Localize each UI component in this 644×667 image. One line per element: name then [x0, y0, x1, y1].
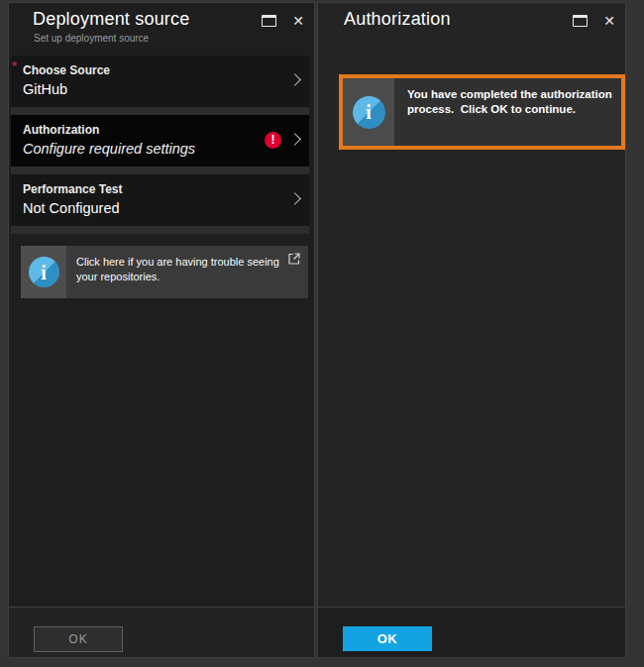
blade-window-controls: ✕: [262, 15, 304, 27]
repositories-trouble-banner[interactable]: i Click here if you are having trouble s…: [21, 246, 308, 298]
setting-authorization[interactable]: Authorization Configure required setting…: [11, 115, 309, 167]
info-icon-cell: i: [343, 78, 394, 146]
deployment-source-header: Deployment source Set up deployment sour…: [9, 3, 314, 55]
ok-button[interactable]: OK: [343, 626, 432, 651]
banner-body: Click here if you are having trouble see…: [66, 246, 308, 298]
message-text: You have completed the authorization pro…: [407, 87, 613, 117]
message-body: You have completed the authorization pro…: [394, 78, 621, 146]
info-icon: i: [353, 96, 385, 129]
info-icon-cell: i: [21, 246, 66, 298]
required-asterisk-icon: *: [12, 58, 17, 73]
blade-window-controls: ✕: [573, 15, 615, 27]
chevron-right-icon: [288, 73, 301, 86]
chevron-right-icon: [288, 133, 301, 146]
close-icon[interactable]: ✕: [603, 15, 615, 27]
page-title: Authorization: [344, 9, 451, 30]
chevron-right-icon: [288, 192, 301, 205]
ok-button[interactable]: OK: [34, 626, 123, 652]
divider: [11, 167, 309, 174]
banner-text: Click here if you are having trouble see…: [76, 255, 280, 284]
divider: [11, 107, 309, 115]
setting-label: Performance Test: [23, 182, 279, 196]
divider: [11, 226, 309, 234]
setting-performance-test[interactable]: Performance Test Not Configured: [11, 174, 309, 226]
highlight-box: i You have completed the authorization p…: [339, 74, 625, 150]
authorization-header: Authorization ✕: [318, 3, 625, 55]
setting-label: Choose Source: [23, 63, 279, 77]
error-badge-icon: !: [265, 132, 281, 149]
authorization-blade: Authorization ✕ i You have completed the…: [317, 2, 626, 658]
azure-portal-canvas: Deployment source Set up deployment sour…: [0, 0, 644, 667]
maximize-icon[interactable]: [573, 15, 588, 27]
page-title: Deployment source: [33, 9, 189, 30]
authorization-complete-message: i You have completed the authorization p…: [343, 78, 621, 146]
maximize-icon[interactable]: [262, 15, 276, 27]
setting-choose-source[interactable]: * Choose Source GitHub: [11, 56, 309, 107]
info-glyph: i: [366, 102, 372, 122]
setting-label: Authorization: [23, 123, 279, 137]
settings-list: * Choose Source GitHub Authorization Con…: [11, 56, 309, 234]
close-icon[interactable]: ✕: [292, 15, 304, 27]
setting-value: Configure required settings: [23, 141, 279, 157]
info-glyph: i: [41, 263, 47, 282]
deployment-source-footer: OK: [9, 607, 314, 657]
authorization-footer: OK: [318, 607, 625, 657]
deployment-source-blade: Deployment source Set up deployment sour…: [8, 2, 315, 658]
setting-value: GitHub: [23, 81, 279, 97]
page-subtitle: Set up deployment source: [34, 33, 149, 44]
external-link-icon[interactable]: [288, 253, 300, 265]
info-icon: i: [29, 257, 59, 287]
setting-value: Not Configured: [23, 200, 279, 216]
